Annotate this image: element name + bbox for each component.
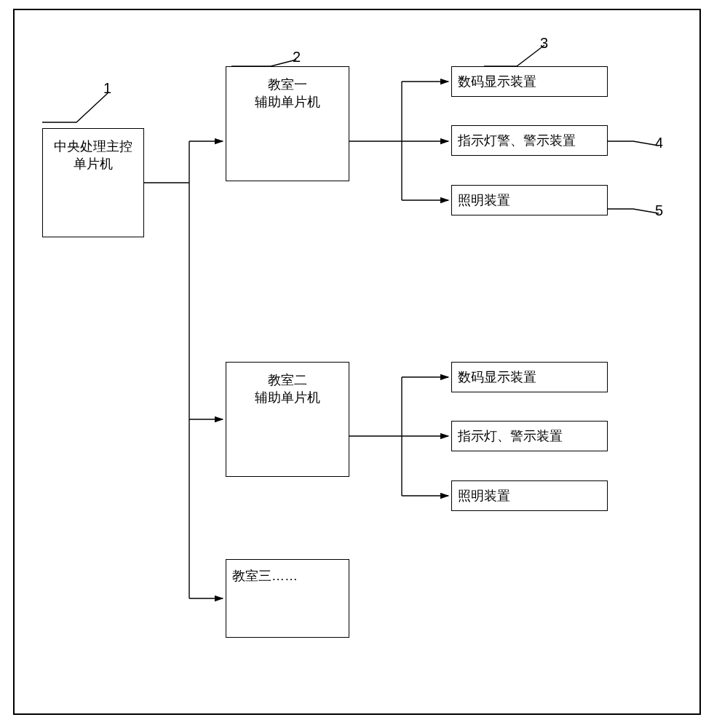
room2-alarm-box: 指示灯、警示装置 [451,421,608,451]
callout-2: 2 [293,49,301,66]
room1-display-box: 数码显示装置 [451,66,608,97]
callout-5: 5 [655,202,663,219]
room1-alarm-box: 指示灯警、警示装置 [451,125,608,156]
room1-light-box: 照明装置 [451,185,608,215]
room2-display-box: 数码显示装置 [451,362,608,392]
room2-light-box: 照明装置 [451,480,608,511]
callout-3: 3 [540,35,548,52]
room1-mcu-box: 教室一 辅助单片机 [226,66,349,181]
room2-mcu-box: 教室二 辅助单片机 [226,362,349,477]
room3-box: 教室三…… [226,559,349,638]
callout-4: 4 [655,135,663,151]
diagram-page: 1 2 3 4 5 中央处理主控 单片机 教室一 辅助单片机 数码显示装置 指示… [0,0,714,728]
central-mcu-box: 中央处理主控 单片机 [42,128,144,237]
callout-1: 1 [103,80,111,97]
